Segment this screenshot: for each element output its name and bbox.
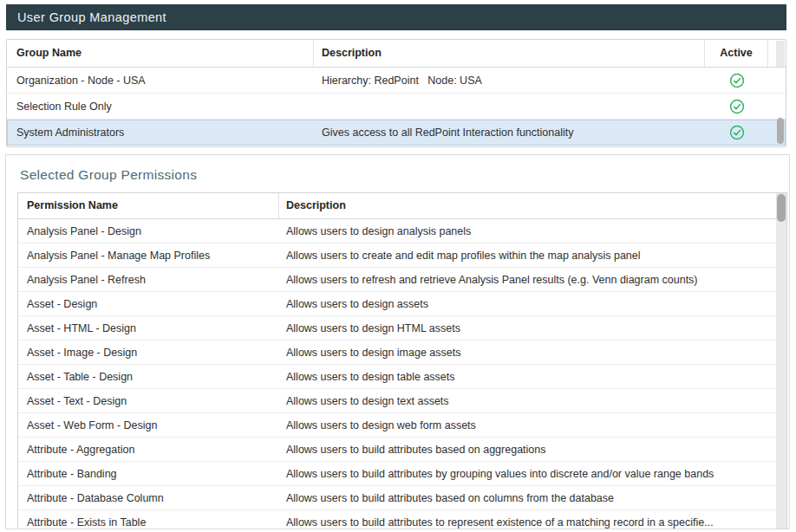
permissions-table-header: Permission Name Description xyxy=(18,193,786,219)
permission-name-cell: Asset - Table - Design xyxy=(18,371,279,383)
permission-row[interactable]: Attribute - AggregationAllows users to b… xyxy=(18,438,786,462)
column-header-active[interactable]: Active xyxy=(705,40,768,67)
permission-name-cell: Attribute - Database Column xyxy=(18,492,279,504)
group-description-cell: Hierarchy: RedPoint Node: USA xyxy=(314,75,705,87)
permission-description-cell: Allows users to design analysis panels xyxy=(279,225,786,237)
permission-description-cell: Allows users to design HTML assets xyxy=(279,322,786,334)
permission-description-cell: Allows users to design image assets xyxy=(279,347,786,359)
permission-name-cell: Asset - Text - Design xyxy=(18,395,279,407)
circle-check-icon xyxy=(705,99,768,114)
group-row[interactable]: Organization - Node - USAHierarchy: RedP… xyxy=(7,68,786,94)
group-name-cell: System Administrators xyxy=(7,127,314,139)
column-header-permission-name[interactable]: Permission Name xyxy=(18,193,279,218)
circle-check-icon xyxy=(705,125,768,140)
permission-name-cell: Attribute - Banding xyxy=(18,468,279,480)
permission-name-cell: Asset - Design xyxy=(18,298,279,310)
permission-description-cell: Allows users to build attributes based o… xyxy=(279,492,786,504)
permission-row[interactable]: Analysis Panel - DesignAllows users to d… xyxy=(18,219,786,243)
permission-row[interactable]: Attribute - Exists in TableAllows users … xyxy=(18,510,786,529)
group-table-body: Organization - Node - USAHierarchy: RedP… xyxy=(7,68,786,146)
permission-description-cell: Allows users to create and edit map prof… xyxy=(279,250,786,262)
group-table-scrollbar-thumb[interactable] xyxy=(777,118,784,144)
permission-name-cell: Asset - Web Form - Design xyxy=(18,419,279,431)
permission-row[interactable]: Asset - DesignAllows users to design ass… xyxy=(18,292,786,316)
permission-row[interactable]: Asset - Text - DesignAllows users to des… xyxy=(18,389,786,413)
group-row[interactable]: System AdministratorsGives access to all… xyxy=(7,120,786,146)
group-description-cell: Gives access to all RedPoint Interaction… xyxy=(314,127,705,139)
selected-group-permissions-panel: Selected Group Permissions Permission Na… xyxy=(5,154,790,529)
page-title: User Group Management xyxy=(6,4,786,30)
column-header-description[interactable]: Description xyxy=(314,40,705,67)
permissions-table-body: Analysis Panel - DesignAllows users to d… xyxy=(18,219,786,529)
group-table: Group Name Description Active Organizati… xyxy=(6,39,786,147)
permission-row[interactable]: Asset - Table - DesignAllows users to de… xyxy=(18,365,786,389)
circle-check-icon xyxy=(705,73,768,88)
permission-row[interactable]: Attribute - Database ColumnAllows users … xyxy=(18,486,786,510)
permissions-scrollbar-thumb[interactable] xyxy=(777,194,786,222)
permission-description-cell: Allows users to design text assets xyxy=(279,395,786,407)
permission-row[interactable]: Attribute - BandingAllows users to build… xyxy=(18,462,786,486)
permission-name-cell: Attribute - Exists in Table xyxy=(18,516,279,529)
permission-name-cell: Attribute - Aggregation xyxy=(18,444,279,456)
group-name-cell: Organization - Node - USA xyxy=(7,75,314,87)
permissions-scrollbar-track[interactable] xyxy=(776,193,786,529)
permission-description-cell: Allows users to build attributes by grou… xyxy=(279,468,786,480)
permission-row[interactable]: Analysis Panel - Manage Map ProfilesAllo… xyxy=(18,243,786,268)
group-row[interactable]: Selection Rule Only xyxy=(7,94,786,120)
column-header-permission-description[interactable]: Description xyxy=(279,193,786,218)
permission-description-cell: Allows users to build attributes based o… xyxy=(279,444,786,456)
permission-name-cell: Asset - Image - Design xyxy=(18,347,279,359)
permission-row[interactable]: Asset - Web Form - DesignAllows users to… xyxy=(18,413,786,438)
permission-row[interactable]: Analysis Panel - RefreshAllows users to … xyxy=(18,268,786,292)
permission-name-cell: Asset - HTML - Design xyxy=(18,322,279,334)
permission-row[interactable]: Asset - Image - DesignAllows users to de… xyxy=(18,341,786,365)
permission-name-cell: Analysis Panel - Manage Map Profiles xyxy=(18,250,279,262)
permission-name-cell: Analysis Panel - Refresh xyxy=(18,274,279,286)
permission-description-cell: Allows users to build attributes to repr… xyxy=(279,516,786,529)
section-heading: Selected Group Permissions xyxy=(20,167,789,183)
permission-description-cell: Allows users to design assets xyxy=(279,298,786,310)
scrollbar-spacer xyxy=(776,41,785,67)
permission-description-cell: Allows users to refresh and retrieve Ana… xyxy=(279,274,786,286)
permissions-table: Permission Name Description Analysis Pan… xyxy=(17,192,787,529)
permission-description-cell: Allows users to design table assets xyxy=(279,371,786,383)
permission-name-cell: Analysis Panel - Design xyxy=(18,225,279,237)
permission-description-cell: Allows users to design web form assets xyxy=(279,419,786,431)
group-table-header: Group Name Description Active xyxy=(7,40,786,68)
column-header-group-name[interactable]: Group Name xyxy=(7,40,314,67)
group-name-cell: Selection Rule Only xyxy=(7,101,314,113)
permission-row[interactable]: Asset - HTML - DesignAllows users to des… xyxy=(18,316,786,341)
